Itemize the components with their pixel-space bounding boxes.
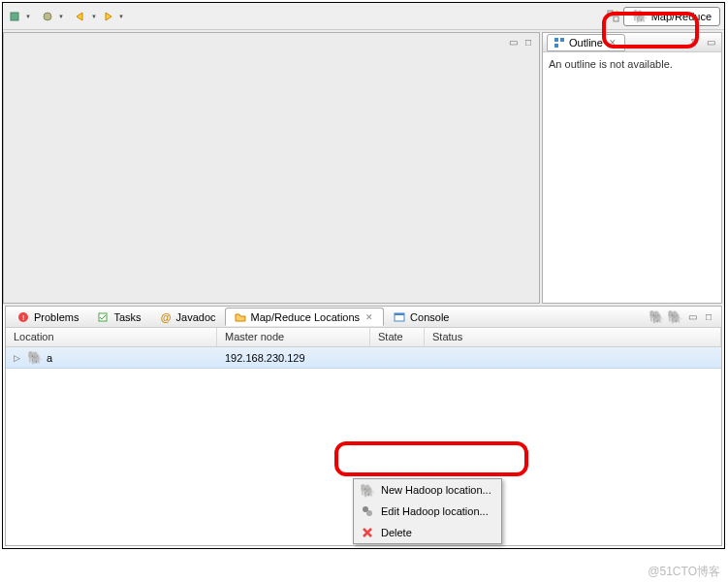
tab-label: Problems [34,311,79,323]
table-row[interactable]: ▷ 🐘 a 192.168.230.129 [6,347,721,369]
problems-icon: ! [16,310,30,324]
table-header: Location Master node State Status [6,328,721,347]
menu-new-hadoop-location[interactable]: 🐘 New Hadoop location... [354,479,501,501]
dropdown-arrow[interactable]: ▼ [90,9,98,24]
svg-text:!: ! [22,313,24,322]
outline-tab[interactable]: Outline ✕ [547,34,625,51]
folder-icon [234,310,247,324]
bottom-panel: ! Problems Tasks @ Javadoc Map/Reduce Lo… [5,306,722,546]
tab-label: Tasks [113,311,141,323]
column-master[interactable]: Master node [217,328,370,346]
minimize-icon[interactable]: ▽ [688,36,702,49]
action-icon[interactable]: 🐘 [649,309,664,324]
close-icon[interactable]: ✕ [364,312,375,322]
elephant-icon: 🐘 [632,9,648,23]
edit-icon [360,503,375,519]
elephant-icon: 🐘 [360,482,375,498]
back-button[interactable] [73,9,88,24]
svg-rect-5 [554,38,558,42]
main-toolbar: ▼ ▼ ▼ ▼ 🐘 Map/Reduce [3,3,724,30]
svg-rect-4 [616,11,618,14]
locations-table: Location Master node State Status ▷ 🐘 a … [6,328,721,545]
minimize-icon[interactable]: ▭ [685,309,699,323]
maximize-icon[interactable]: □ [522,35,535,49]
row-location-name: a [47,352,52,364]
column-location[interactable]: Location [6,328,217,346]
dropdown-arrow[interactable]: ▼ [24,9,32,24]
panel-menu-icon[interactable]: ▭ [704,36,717,49]
maximize-icon[interactable]: □ [702,309,715,323]
context-menu: 🐘 New Hadoop location... Edit Hadoop loc… [353,478,502,544]
perspective-switch-icon[interactable] [606,9,621,24]
outline-tab-label: Outline [569,37,603,49]
outline-icon [554,37,565,49]
svg-point-15 [366,510,372,516]
tabs-bar: ! Problems Tasks @ Javadoc Map/Reduce Lo… [6,307,721,328]
tab-javadoc[interactable]: @ Javadoc [150,308,225,326]
minimize-icon[interactable]: ▭ [506,35,520,49]
svg-rect-7 [554,44,558,48]
column-status[interactable]: Status [425,328,721,346]
svg-rect-3 [614,16,618,21]
menu-item-label: New Hadoop location... [381,484,491,496]
row-master: 192.168.230.129 [217,352,370,364]
tab-console[interactable]: Console [384,308,458,326]
svg-rect-2 [608,11,613,16]
tab-map-reduce-locations[interactable]: Map/Reduce Locations ✕ [225,308,385,326]
expand-arrow-icon[interactable]: ▷ [14,353,23,363]
close-icon[interactable]: ✕ [607,38,618,48]
action-icon[interactable]: 🐘 [667,309,682,324]
console-icon [393,310,406,324]
outline-empty-message: An outline is not available. [543,52,721,76]
svg-point-1 [44,13,51,20]
elephant-icon: 🐘 [27,350,43,365]
delete-icon [360,525,375,540]
tab-label: Map/Reduce Locations [251,311,361,323]
javadoc-icon: @ [159,310,173,324]
editor-area: ▭ □ [3,32,540,304]
toolbar-btn-2[interactable] [40,9,55,24]
tab-tasks[interactable]: Tasks [87,308,149,326]
svg-rect-6 [560,38,564,42]
column-state[interactable]: State [370,328,425,346]
menu-edit-hadoop-location[interactable]: Edit Hadoop location... [354,501,501,522]
tab-label: Javadoc [176,311,216,323]
perspective-map-reduce[interactable]: 🐘 Map/Reduce [623,7,720,26]
svg-rect-0 [11,13,18,20]
dropdown-arrow[interactable]: ▼ [117,9,125,24]
forward-button[interactable] [100,9,115,24]
svg-text:@: @ [160,311,171,323]
svg-rect-13 [395,313,404,315]
outline-panel: Outline ✕ ▽ ▭ An outline is not availabl… [542,32,722,304]
dropdown-arrow[interactable]: ▼ [57,9,65,24]
tasks-icon [96,310,110,324]
menu-item-label: Delete [381,527,412,538]
toolbar-btn-1[interactable] [7,9,22,24]
watermark: @51CTO博客 [648,564,720,580]
perspective-label: Map/Reduce [651,11,712,22]
menu-item-label: Edit Hadoop location... [381,505,489,517]
tab-problems[interactable]: ! Problems [8,308,87,326]
tab-label: Console [410,311,449,323]
menu-delete[interactable]: Delete [354,522,501,543]
